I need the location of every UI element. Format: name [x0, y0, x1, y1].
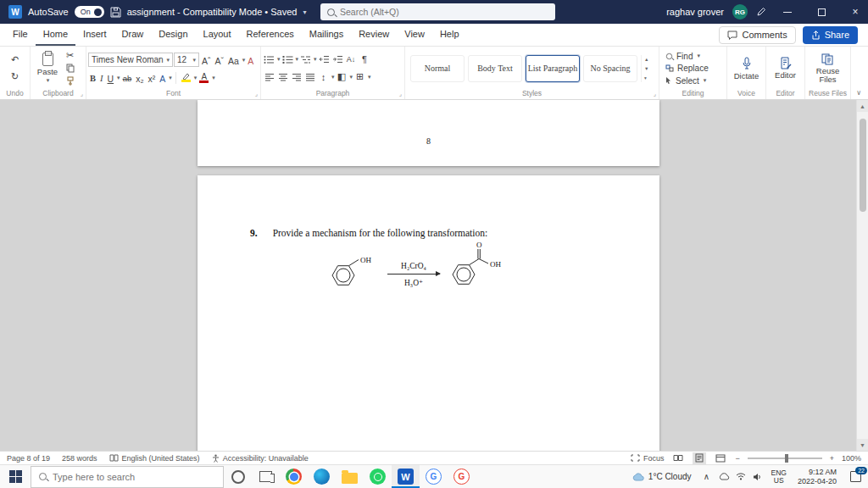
justify-button[interactable]: [303, 70, 316, 83]
language-indicator[interactable]: English (United States): [109, 454, 200, 463]
show-formatting-button[interactable]: ¶: [359, 53, 371, 66]
align-center-button[interactable]: [276, 70, 289, 83]
multilevel-list-button[interactable]: [299, 53, 312, 66]
shrink-font-button[interactable]: Aˇ: [214, 53, 226, 66]
increase-indent-button[interactable]: [331, 53, 344, 66]
style-normal[interactable]: Normal: [410, 55, 465, 82]
draw-pen-icon[interactable]: [756, 7, 766, 17]
change-case-button[interactable]: Aa: [226, 53, 241, 66]
style-no-spacing[interactable]: No Spacing: [583, 55, 637, 82]
user-avatar[interactable]: RG: [732, 4, 748, 19]
borders-button[interactable]: ⊞: [353, 70, 366, 83]
line-spacing-button[interactable]: ↕: [317, 70, 330, 83]
clock[interactable]: 9:12 AM 2022-04-20: [792, 468, 843, 485]
taskbar-app-gmail[interactable]: G: [448, 465, 476, 488]
clear-formatting-button[interactable]: A: [246, 53, 255, 66]
align-right-button[interactable]: [290, 70, 303, 83]
bold-button[interactable]: B: [88, 71, 97, 84]
word-count[interactable]: 258 words: [62, 454, 97, 463]
tab-mailings[interactable]: Mailings: [302, 24, 351, 46]
onedrive-icon[interactable]: [715, 465, 732, 488]
close-button[interactable]: ×: [843, 0, 868, 24]
zoom-slider-thumb[interactable]: [785, 454, 788, 463]
bullets-button[interactable]: [263, 53, 275, 66]
dictate-button[interactable]: Dictate: [729, 48, 764, 88]
tab-review[interactable]: Review: [351, 24, 397, 46]
vertical-scrollbar[interactable]: ▲ ▼: [856, 100, 868, 451]
redo-button[interactable]: ↻: [8, 70, 21, 83]
underline-button[interactable]: U: [106, 71, 116, 84]
sort-button[interactable]: A↓: [345, 53, 358, 66]
document-title[interactable]: assignment - Compatibility Mode • Saved: [127, 7, 298, 17]
focus-button[interactable]: Focus: [631, 454, 665, 463]
network-icon[interactable]: [732, 465, 749, 488]
tab-design[interactable]: Design: [151, 24, 195, 46]
zoom-out-button[interactable]: −: [735, 454, 739, 463]
page-8[interactable]: 8: [198, 100, 659, 166]
reuse-files-button[interactable]: Reuse Files: [807, 48, 849, 88]
font-color-button[interactable]: A: [198, 73, 210, 83]
scroll-up-button[interactable]: ▲: [857, 100, 868, 112]
grow-font-button[interactable]: Aˆ: [200, 53, 213, 66]
document-area[interactable]: 8 9. Provide a mechanism for the followi…: [0, 100, 868, 451]
style-body-text[interactable]: Body Text: [468, 55, 522, 82]
task-view-button[interactable]: [252, 465, 280, 488]
tab-home[interactable]: Home: [36, 24, 75, 46]
titlebar-search-box[interactable]: [320, 3, 555, 20]
comments-button[interactable]: Comments: [719, 26, 795, 44]
replace-button[interactable]: Replace: [665, 64, 725, 73]
taskbar-app-word[interactable]: W: [392, 465, 420, 488]
weather-widget[interactable]: 1°C Cloudy: [626, 472, 698, 481]
start-button[interactable]: [0, 465, 31, 488]
user-name[interactable]: raghav grover: [666, 7, 724, 17]
styles-scroll-down-button[interactable]: ▼: [644, 66, 648, 71]
collapse-ribbon-button[interactable]: ∨: [856, 89, 861, 97]
format-painter-button[interactable]: [64, 75, 76, 87]
styles-dialog-launcher[interactable]: ⌟: [654, 91, 656, 97]
shading-button[interactable]: ◧: [336, 70, 348, 83]
cortana-button[interactable]: [224, 465, 252, 488]
minimize-button[interactable]: [775, 0, 800, 24]
select-button[interactable]: Select ▾: [665, 76, 725, 86]
taskbar-app-chrome[interactable]: [280, 465, 308, 488]
align-left-button[interactable]: [263, 70, 275, 83]
read-mode-button[interactable]: [671, 452, 685, 464]
taskbar-app-google[interactable]: G: [420, 465, 448, 488]
language-switcher[interactable]: ENG US: [766, 469, 792, 485]
clipboard-dialog-launcher[interactable]: ⌟: [81, 91, 83, 97]
tab-references[interactable]: References: [239, 24, 302, 46]
tab-file[interactable]: File: [5, 24, 36, 46]
subscript-button[interactable]: x₂: [134, 71, 145, 84]
tab-view[interactable]: View: [397, 24, 432, 46]
action-center-button[interactable]: 22: [843, 465, 868, 488]
find-button[interactable]: Find ▾: [665, 52, 725, 61]
italic-button[interactable]: I: [98, 71, 105, 84]
autosave-toggle[interactable]: On: [75, 6, 104, 18]
question-line[interactable]: 9. Provide a mechanism for the following…: [250, 228, 487, 238]
text-effects-button[interactable]: A: [158, 71, 167, 84]
undo-button[interactable]: ↶: [8, 53, 21, 66]
taskbar-app-edge[interactable]: [308, 465, 336, 488]
page-indicator[interactable]: Page 8 of 19: [7, 454, 50, 463]
strikethrough-button[interactable]: ab: [121, 71, 134, 84]
superscript-button[interactable]: x²: [147, 71, 158, 84]
zoom-in-button[interactable]: +: [830, 454, 834, 463]
maximize-button[interactable]: [809, 0, 834, 24]
scroll-down-button[interactable]: ▼: [857, 439, 868, 451]
accessibility-indicator[interactable]: Accessibility: Unavailable: [212, 454, 309, 463]
tray-chevron-up[interactable]: ∧: [698, 465, 715, 488]
font-name-combobox[interactable]: Times New Roman ▾: [88, 53, 173, 67]
styles-more-button[interactable]: ▾: [644, 75, 648, 80]
volume-icon[interactable]: [749, 465, 766, 488]
font-dialog-launcher[interactable]: ⌟: [255, 91, 258, 97]
taskbar-search-input[interactable]: [53, 472, 197, 482]
tab-help[interactable]: Help: [432, 24, 467, 46]
editor-button[interactable]: Editor: [768, 48, 803, 88]
decrease-indent-button[interactable]: [318, 53, 331, 66]
title-caret-icon[interactable]: ▾: [303, 8, 306, 16]
paragraph-dialog-launcher[interactable]: ⌟: [399, 91, 402, 97]
tab-insert[interactable]: Insert: [75, 24, 114, 46]
zoom-slider[interactable]: [748, 458, 822, 459]
titlebar-search-input[interactable]: [340, 7, 518, 17]
taskbar-search-box[interactable]: [31, 466, 224, 488]
